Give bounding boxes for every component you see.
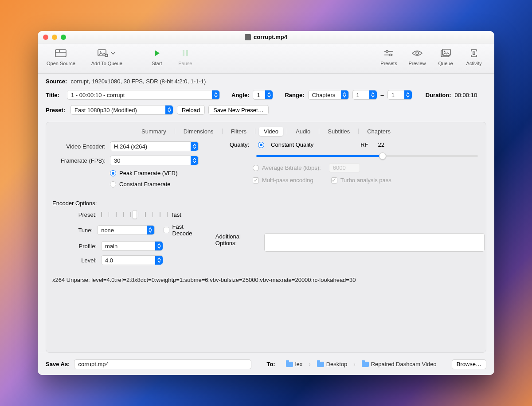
tune-select[interactable]: none [97,225,154,235]
tabs-panel: Summary Dimensions Filters Video Audio S… [46,122,486,353]
duration-label: Duration: [426,92,451,98]
svg-rect-8 [186,50,188,56]
main-body: Source: corrupt, 1920x1080, 30 FPS, SDR … [38,74,494,353]
range-from-select[interactable]: 1 [352,90,377,100]
average-bitrate-input[interactable]: 6000 [329,163,360,172]
profile-select[interactable]: main [101,241,163,251]
activity-button[interactable]: Activity [460,47,488,67]
angle-select[interactable]: 1 [253,90,273,100]
saveas-input[interactable]: corrupt.mp4 [74,359,251,369]
range-label: Range: [285,92,304,98]
tune-label: Tune: [52,227,97,234]
framerate-label: Framerate (FPS): [52,157,110,164]
range-to-select[interactable]: 1 [387,90,412,100]
titlebar: corrupt.mp4 [38,31,494,43]
presets-button[interactable]: Presets [375,47,403,67]
average-bitrate-radio[interactable] [253,165,259,171]
maximize-button[interactable] [61,35,66,40]
window-title-text: corrupt.mp4 [254,34,287,40]
encoder-preset-value: fast [172,211,181,218]
svg-point-5 [100,51,101,52]
chevron-updown-icon [369,90,377,99]
constant-quality-label: Constant Quality [271,141,313,148]
close-button[interactable] [43,35,48,40]
path-crumb-2[interactable]: Repaired Dashcam Video [362,361,437,367]
turbo-checkbox[interactable]: ✓ [331,177,337,183]
video-encoder-select[interactable]: H.264 (x264) [110,141,199,151]
folder-icon [362,362,369,367]
open-source-button[interactable]: Open Source [44,47,78,67]
eye-icon [411,48,423,59]
tab-audio[interactable]: Audio [291,127,315,136]
peak-vfr-radio[interactable] [110,170,116,176]
level-select[interactable]: 4.0 [101,255,163,265]
range-dash: – [381,92,384,98]
framerate-select[interactable]: 30 [110,156,199,165]
tabs: Summary Dimensions Filters Video Audio S… [52,127,480,136]
open-source-icon [55,48,67,59]
toolbar: Open Source Add To Queue [38,43,494,74]
path-crumb-1[interactable]: Desktop [317,361,348,367]
preview-button[interactable]: Preview [403,47,431,67]
folder-icon [286,362,293,367]
multipass-label: Multi-pass encoding [262,177,313,183]
chevron-updown-icon [212,90,219,99]
add-to-queue-dropdown[interactable] [110,48,117,59]
constant-framerate-radio[interactable] [110,181,116,187]
tab-chapters[interactable]: Chapters [362,127,395,136]
svg-rect-7 [183,50,184,56]
slider-thumb[interactable] [133,210,137,219]
svg-rect-17 [473,52,475,55]
additional-options-input[interactable] [264,233,485,252]
constant-quality-radio[interactable] [258,142,264,148]
slider-thumb[interactable] [379,152,386,160]
chevron-updown-icon [404,90,412,99]
minimize-button[interactable] [52,35,57,40]
queue-button[interactable]: Queue [431,47,460,67]
svg-rect-1 [55,50,66,57]
add-to-queue-button[interactable]: Add To Queue [87,47,127,67]
chevron-updown-icon [147,226,154,234]
fast-decode-checkbox[interactable]: ✓ [164,227,169,233]
rf-label: RF [360,141,368,148]
x264-unparse: x264 Unparse: level=4.0:ref=2:8x8dct=0:w… [52,277,480,283]
document-icon [245,34,251,40]
preset-select[interactable]: Fast 1080p30 (Modified) [70,105,173,115]
path-crumb-0[interactable]: lex [286,361,303,367]
tab-dimensions[interactable]: Dimensions [179,127,219,136]
traffic-lights [43,35,66,40]
fast-decode-label: Fast Decode [172,223,202,237]
pause-button[interactable]: Pause [171,47,200,67]
add-to-queue-icon [97,48,110,59]
chevron-updown-icon [341,90,348,99]
window-title: corrupt.mp4 [245,34,287,40]
average-bitrate-label: Average Bitrate (kbps): [262,164,321,171]
range-mode-select[interactable]: Chapters [308,90,349,100]
encoder-preset-label: Preset: [52,211,101,218]
title-select[interactable]: 1 - 00:00:10 - corrupt [67,90,220,100]
browse-button[interactable]: Browse… [452,359,486,369]
additional-options-label: Additional Options: [215,233,260,252]
quality-slider[interactable] [256,155,478,157]
play-icon [151,48,163,59]
activity-icon [468,48,480,59]
duration-value: 00:00:10 [455,92,477,98]
source-value: corrupt, 1920x1080, 30 FPS, SDR (8-bit 4… [70,78,206,85]
reload-button[interactable]: Reload [177,105,205,115]
chevron-updown-icon [265,90,273,99]
start-button[interactable]: Start [143,47,171,67]
tab-filters[interactable]: Filters [226,127,251,136]
source-label: Source: [46,78,67,85]
tab-summary[interactable]: Summary [137,127,171,136]
chevron-updown-icon [155,242,163,250]
chevron-updown-icon [155,256,163,265]
tab-video[interactable]: Video [259,127,283,136]
chevron-right-icon: › [307,361,312,367]
preset-label: Preset: [46,107,67,113]
encoder-preset-slider[interactable] [101,210,168,219]
tab-subtitles[interactable]: Subtitles [323,127,355,136]
title-label: Title: [46,92,63,98]
save-new-preset-button[interactable]: Save New Preset… [208,105,268,115]
multipass-checkbox[interactable]: ✓ [253,177,259,183]
svg-point-12 [390,54,392,56]
